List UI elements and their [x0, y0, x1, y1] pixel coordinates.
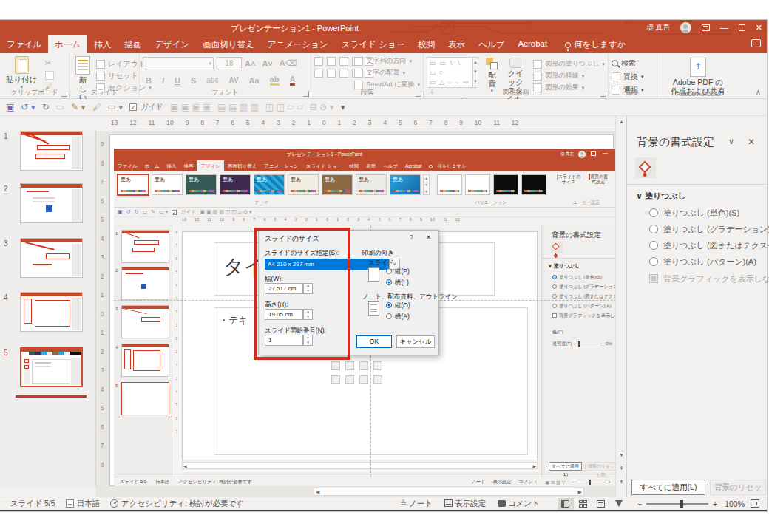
shapes-scroll-arrows[interactable]: ▲▼▼ [473, 57, 479, 88]
arrange-button[interactable]: 配置▾ [483, 57, 501, 105]
fit-to-window-icon[interactable] [751, 499, 759, 508]
normal-view-button[interactable] [558, 498, 574, 510]
paragraph-dialog-launcher[interactable] [416, 91, 421, 97]
maximize-button[interactable] [739, 24, 745, 31]
undo-icon[interactable]: ↺ ▾ [21, 102, 35, 112]
ok-button[interactable]: OK [356, 335, 392, 348]
save-icon[interactable]: ▣ [6, 102, 14, 112]
slideshow-button[interactable] [611, 498, 627, 510]
tab-insert[interactable]: 挿入 [87, 35, 118, 53]
ribbon-display-options-icon[interactable] [702, 24, 710, 31]
qat-icon-group4[interactable]: ⊟ ⊙ ▾ [310, 102, 334, 112]
qat-more-icon[interactable]: ▾ [341, 102, 345, 112]
qat-icon-group3[interactable]: ◫ ◫ ▱ ▱ [265, 102, 303, 112]
annotation-rectangle[interactable] [254, 228, 350, 360]
font-dialog-launcher[interactable] [303, 91, 309, 97]
qat-icon-group2[interactable]: ▤ ▤ ▥ ▥ [217, 102, 258, 112]
slide-thumbnail-5[interactable] [20, 347, 83, 387]
zoom-out-button[interactable]: − [637, 499, 642, 508]
bullets-icon[interactable] [314, 57, 323, 66]
fill-gradient-radio[interactable]: 塗りつぶし (グラデーション)(G) [649, 224, 769, 235]
panel-chevron-icon[interactable]: ∨ [728, 137, 734, 146]
panel-close-icon[interactable]: ✕ [748, 137, 755, 147]
fill-bucket-icon[interactable] [635, 157, 656, 178]
align-right-icon[interactable] [339, 69, 348, 78]
shape-outline-button[interactable]: 図形の枠線▾ [533, 70, 605, 81]
copy-icon[interactable] [45, 71, 54, 80]
decrease-indent-icon[interactable] [339, 57, 348, 66]
find-button[interactable]: 検索 [612, 58, 654, 69]
change-case-icon[interactable]: Aa [249, 76, 260, 85]
align-center-icon[interactable] [327, 69, 336, 78]
underline-button[interactable]: U [175, 76, 180, 85]
slide-landscape-radio[interactable]: 横(L) [386, 279, 409, 287]
align-text-button[interactable]: 文字の配置▾ [354, 67, 420, 78]
zoom-slider-thumb[interactable] [680, 500, 683, 508]
format-painter-qat-icon[interactable]: 🖌 [92, 102, 101, 112]
drawing-dialog-launcher[interactable] [600, 91, 606, 97]
zoom-level[interactable]: 100% [725, 499, 745, 508]
notes-portrait-radio[interactable]: 縦(O) [386, 301, 410, 310]
scroll-right-icon[interactable]: ▶ [578, 489, 582, 495]
slide-thumbnail-2[interactable] [20, 183, 83, 223]
scroll-left-icon[interactable]: ◀ [316, 489, 319, 495]
tab-review[interactable]: 校閲 [411, 35, 441, 53]
scroll-up-icon[interactable]: ▲ [617, 117, 626, 126]
vertical-scrollbar[interactable]: ▲ ▼ ⇞ ⇟ [615, 116, 626, 497]
minimize-button[interactable]: — [720, 20, 728, 35]
dialog-close-button[interactable]: ✕ [426, 233, 431, 241]
tab-home[interactable]: ホーム [48, 35, 87, 53]
shrink-font-icon[interactable]: A˅ [262, 59, 272, 68]
notes-button[interactable]: ≜ ノート [400, 499, 433, 509]
zoom-in-button[interactable]: + [713, 499, 717, 508]
redo-icon[interactable]: ↻ [42, 102, 50, 112]
align-left-icon[interactable] [314, 69, 323, 78]
start-from-beginning-icon[interactable]: ▭ [56, 102, 64, 112]
red-line-annotation[interactable] [16, 395, 87, 398]
tell-me-box[interactable]: 何をしますか [558, 35, 632, 53]
font-name-combobox[interactable]: ▾ [143, 57, 214, 69]
slide-thumbnail-4[interactable] [20, 292, 83, 332]
dialog-help-button[interactable]: ? [410, 233, 413, 241]
shape-qat-icon[interactable]: ▭ ▾ [108, 102, 123, 112]
slide-screenshot-image[interactable]: プレゼンテーション1 - PowerPoint 堤 真吾 — ファイル ホーム … [114, 149, 615, 486]
tab-slideshow[interactable]: スライド ショー [335, 35, 411, 53]
reading-view-button[interactable] [593, 498, 609, 510]
clear-formatting-icon[interactable]: A⌫ [280, 58, 297, 68]
bold-button[interactable]: B [146, 76, 152, 85]
zoom-slider[interactable] [646, 503, 708, 505]
accessibility-status[interactable]: アクセシビリティ: 検討が必要です [121, 499, 244, 509]
feedback-icon[interactable] [751, 39, 761, 47]
slide-portrait-radio[interactable]: 縦(P) [386, 267, 410, 276]
comments-button[interactable]: コメント [498, 499, 540, 509]
cut-icon[interactable]: ✂ [45, 58, 54, 68]
tab-draw[interactable]: 描画 [118, 35, 148, 53]
font-color-icon[interactable]: A [290, 75, 296, 86]
guides-checkbox[interactable]: ✓ [129, 103, 137, 111]
hide-background-checkbox[interactable]: 背景グラフィックを表示しない(H) [649, 273, 769, 284]
qat-icon-group1[interactable]: ▣ ▣ ▣ ▣ [170, 102, 211, 112]
strikethrough-button[interactable]: abc [206, 76, 218, 84]
font-size-combobox[interactable]: 18 [217, 57, 242, 69]
paste-button[interactable]: 貼り付け▾ [3, 55, 41, 91]
language-indicator[interactable]: 日本語 [77, 499, 101, 509]
horizontal-scrollbar[interactable]: ◀ ▶ [314, 488, 584, 496]
collapse-ribbon-icon[interactable]: ∧ [756, 88, 761, 96]
fill-picture-radio[interactable]: 塗りつぶし (図またはテクスチャ)(P) [649, 240, 769, 251]
highlight-color-icon[interactable]: ab [270, 75, 280, 86]
fill-pattern-radio[interactable]: 塗りつぶし (パターン)(A) [649, 256, 756, 267]
numbering-icon[interactable] [327, 57, 336, 66]
clipboard-dialog-launcher[interactable] [61, 91, 67, 97]
fill-section-header[interactable]: ∨ 塗りつぶし [636, 191, 686, 202]
apply-to-all-button[interactable]: すべてに適用(L) [631, 480, 705, 495]
grow-font-icon[interactable]: A˄ [245, 59, 255, 68]
user-avatar[interactable] [680, 22, 691, 33]
slide-thumbnail-1[interactable] [20, 131, 83, 171]
shadow-button[interactable]: S [191, 76, 196, 85]
tab-animations[interactable]: アニメーション [261, 35, 335, 53]
previous-slide-icon[interactable]: ⇞ [617, 464, 626, 472]
ink-icon[interactable]: ✎ ▾ [71, 102, 85, 112]
replace-button[interactable]: 置換▾ [612, 71, 654, 82]
close-button[interactable]: ✕ [756, 20, 762, 35]
tab-design[interactable]: デザイン [148, 35, 196, 53]
